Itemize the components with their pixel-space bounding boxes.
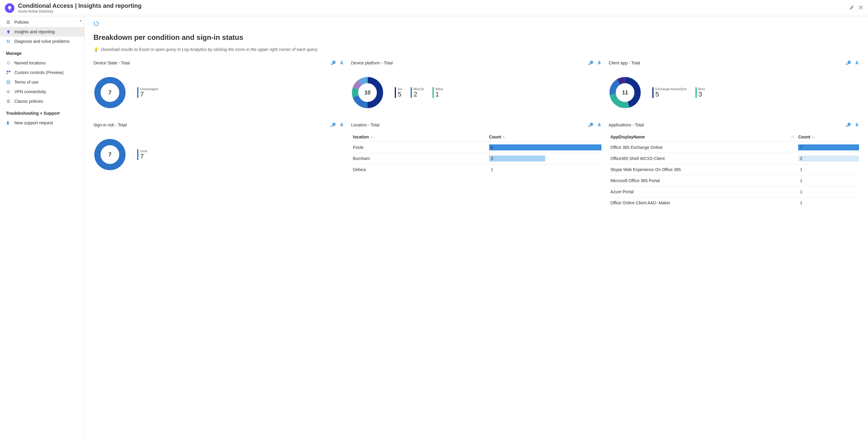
svg-rect-16 xyxy=(331,63,331,65)
nav-support[interactable]: New support request xyxy=(0,118,84,128)
svg-rect-23 xyxy=(592,62,592,63)
pin-icon[interactable] xyxy=(849,5,854,11)
download-icon[interactable] xyxy=(597,122,601,127)
page-subtitle: Azure Active Directory xyxy=(18,9,849,13)
collapse-icon[interactable]: « xyxy=(80,19,82,23)
svg-rect-48 xyxy=(332,125,332,127)
section-title: Breakdown per condition and sign-in stat… xyxy=(93,33,859,42)
sort-icon: ↑↓ xyxy=(370,135,374,139)
analytics-icon[interactable] xyxy=(846,60,850,65)
svg-rect-14 xyxy=(334,61,334,63)
tools-icon xyxy=(6,39,11,44)
bulb-icon xyxy=(6,29,11,34)
nav-label: New support request xyxy=(14,120,53,125)
page-header: Conditional Access | Insights and report… xyxy=(0,0,868,16)
nav-insights[interactable]: Insights and reporting xyxy=(0,27,84,36)
card-signin-risk: Sign-in risk - Total 7 none7 xyxy=(93,122,344,208)
refresh-icon[interactable] xyxy=(93,21,99,27)
svg-rect-54 xyxy=(592,124,592,125)
donut-chart: 10 xyxy=(351,76,384,109)
svg-rect-25 xyxy=(589,63,590,65)
svg-rect-44 xyxy=(333,124,334,125)
main-content: Breakdown per condition and sign-in stat… xyxy=(85,16,868,435)
nav-terms[interactable]: Terms of use xyxy=(0,77,84,87)
card-location: Location - Total location↑↓ Count↑↓ Pool… xyxy=(351,122,601,208)
download-icon[interactable] xyxy=(855,122,859,127)
svg-rect-6 xyxy=(9,71,10,72)
svg-rect-59 xyxy=(848,124,849,125)
svg-rect-55 xyxy=(588,126,589,127)
table-row[interactable]: Office 365 Exchange Online7 xyxy=(609,142,859,153)
analytics-icon[interactable] xyxy=(588,60,593,65)
svg-rect-4 xyxy=(8,33,9,34)
analytics-icon[interactable] xyxy=(331,122,336,127)
analytics-icon[interactable] xyxy=(846,122,850,127)
table-row[interactable]: Azure Portal1 xyxy=(609,186,859,197)
svg-rect-62 xyxy=(846,126,846,127)
download-icon[interactable] xyxy=(597,60,601,65)
donut-total: 7 xyxy=(108,152,112,158)
svg-rect-60 xyxy=(849,123,849,125)
table-row[interactable]: Poole6 xyxy=(351,142,601,153)
nav-custom-controls[interactable]: Custom controls (Preview) xyxy=(0,68,84,77)
svg-rect-37 xyxy=(847,63,847,65)
page-title: Conditional Access | Insights and report… xyxy=(18,2,849,9)
svg-rect-63 xyxy=(847,125,847,127)
card-device-platform: Device platform - Total 10 Ios5MacOs2Win… xyxy=(351,60,601,115)
table-row[interactable]: Burnham3 xyxy=(351,153,601,164)
section-manage: Manage xyxy=(0,46,84,58)
card-title: Device State - Total xyxy=(93,61,130,65)
download-icon[interactable] xyxy=(340,122,344,127)
sort-icon: ↑↓ xyxy=(811,135,815,139)
card-title: Client app - Total xyxy=(609,61,640,65)
legend-item: MacOs2 xyxy=(411,87,424,98)
svg-point-1 xyxy=(6,22,7,23)
lightbulb-icon xyxy=(5,3,14,13)
svg-rect-13 xyxy=(333,62,334,63)
svg-point-9 xyxy=(7,91,9,93)
table-row[interactable]: Office Online Client AAD- Maker1 xyxy=(609,197,859,209)
table-row[interactable]: Office365 Shell WCSS-Client2 xyxy=(609,153,859,164)
svg-rect-33 xyxy=(848,62,849,63)
svg-rect-17 xyxy=(332,63,332,65)
location-icon xyxy=(6,61,11,65)
bulb-hint-icon: 💡 xyxy=(93,47,98,52)
svg-rect-57 xyxy=(590,126,591,127)
col-count[interactable]: Count↑↓ xyxy=(797,132,859,142)
svg-rect-7 xyxy=(7,73,8,74)
col-app[interactable]: AppDisplayName↑↓ xyxy=(609,132,797,142)
legend-item: none7 xyxy=(137,149,147,160)
table-row[interactable]: Microsoft Office 365 Portal1 xyxy=(609,175,859,186)
nav-label: Policies xyxy=(14,20,29,25)
download-icon[interactable] xyxy=(855,60,859,65)
section-troubleshoot: Troubleshooting + Support xyxy=(0,106,84,118)
nav-diagnose[interactable]: Diagnose and solve problems xyxy=(0,36,84,46)
analytics-icon[interactable] xyxy=(331,60,336,65)
nav-policies[interactable]: Policies xyxy=(0,18,84,27)
card-applications: Applications - Total AppDisplayName↑↓ Co… xyxy=(609,122,859,208)
table-row[interactable]: Debica1 xyxy=(351,164,601,175)
svg-rect-34 xyxy=(849,61,849,63)
list-icon xyxy=(6,99,11,104)
col-count[interactable]: Count↑↓ xyxy=(487,132,601,142)
nav-classic[interactable]: Classic policies xyxy=(0,96,84,106)
nav-vpn[interactable]: VPN connectivity xyxy=(0,87,84,96)
analytics-icon[interactable] xyxy=(588,122,593,127)
table-row[interactable]: Skype Web Experience On Office 3651 xyxy=(609,164,859,175)
close-icon[interactable] xyxy=(859,5,863,11)
svg-rect-56 xyxy=(589,125,590,127)
controls-icon xyxy=(6,70,11,75)
location-table: location↑↓ Count↑↓ Poole6Burnham3Debica1 xyxy=(351,132,601,175)
download-icon[interactable] xyxy=(340,60,344,65)
svg-rect-36 xyxy=(846,63,846,65)
legend-item: Exchange ActiveSync5 xyxy=(652,87,687,98)
svg-rect-38 xyxy=(848,64,848,65)
donut-total: 10 xyxy=(365,90,371,96)
nav-named-locations[interactable]: Named locations xyxy=(0,58,84,68)
svg-rect-64 xyxy=(848,126,848,127)
sidebar: « Policies Insights and reporting Diagno… xyxy=(0,16,85,435)
hint-text: 💡 Download results to Excel or open quer… xyxy=(93,47,859,52)
legend-item: Ios5 xyxy=(395,87,402,98)
svg-rect-26 xyxy=(590,64,591,65)
col-location[interactable]: location↑↓ xyxy=(351,132,487,142)
